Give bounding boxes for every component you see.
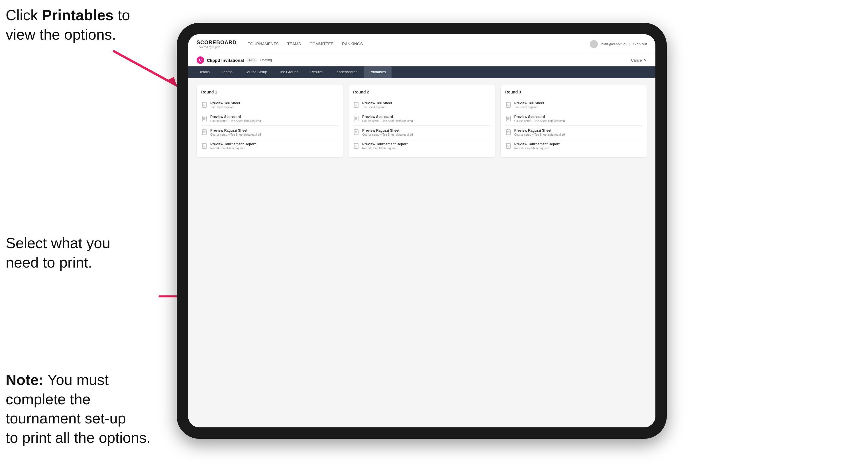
annotation-bold-printables: Printables: [42, 7, 114, 23]
document-icon: [201, 115, 208, 122]
round-1-tee-sheet[interactable]: Preview Tee Sheet Tee Sheet required: [201, 98, 338, 112]
user-email: blair@clippit.io: [601, 42, 625, 46]
round-1-scorecard-subtitle: Course setup + Tee Sheet data required: [210, 119, 261, 123]
round-3-scorecard-subtitle: Course setup + Tee Sheet data required: [514, 119, 565, 123]
tournament-info: C Clippd Invitational Men Hosting: [197, 56, 272, 64]
brand: SCOREBOARD Powered by clippit: [197, 40, 237, 49]
tab-tee-groups[interactable]: Tee Groups: [274, 66, 304, 79]
brand-title: SCOREBOARD: [197, 40, 237, 45]
rounds-grid: Round 1 Preview: [197, 85, 647, 157]
round-1-section: Round 1 Preview: [197, 85, 343, 157]
document-icon: [505, 102, 512, 108]
document-icon: [353, 129, 359, 135]
top-nav-left: SCOREBOARD Powered by clippit TOURNAMENT…: [197, 40, 363, 49]
separator: |: [629, 42, 630, 46]
round-3-report-title: Preview Tournament Report: [514, 142, 560, 146]
round-2-report-subtitle: Round Completion required: [362, 147, 407, 150]
top-nav: SCOREBOARD Powered by clippit TOURNAMENT…: [188, 34, 655, 54]
round-1-tee-sheet-title: Preview Tee Sheet: [210, 101, 240, 105]
nav-link-committee[interactable]: COMMITTEE: [309, 40, 333, 48]
round-1-raguzzi-subtitle: Course setup + Tee Sheet data required: [210, 133, 261, 136]
round-2-title: Round 2: [353, 90, 490, 94]
tournament-bar: C Clippd Invitational Men Hosting Cancel…: [188, 54, 655, 66]
round-2-tee-sheet[interactable]: Preview Tee Sheet Tee Sheet required: [353, 98, 490, 112]
round-2-section: Round 2 Preview Tee Sheet Tee Sheet requ…: [348, 85, 495, 157]
round-3-raguzzi-title: Preview Raguzzi Sheet: [514, 128, 565, 132]
round-3-section: Round 3 Preview Tee Sheet Tee Sheet requ…: [501, 85, 647, 157]
round-3-report-subtitle: Round Completion required: [514, 147, 560, 150]
sign-out-link[interactable]: Sign out: [633, 42, 647, 46]
app: SCOREBOARD Powered by clippit TOURNAMENT…: [188, 34, 655, 427]
document-icon: [201, 102, 208, 108]
round-2-scorecard-subtitle: Course setup + Tee Sheet data required: [362, 119, 413, 123]
round-2-tournament-report[interactable]: Preview Tournament Report Round Completi…: [353, 139, 490, 153]
round-1-tee-sheet-subtitle: Tee Sheet required: [210, 106, 240, 109]
tab-teams[interactable]: Teams: [216, 66, 238, 79]
round-1-scorecard-title: Preview Scorecard: [210, 115, 261, 119]
top-nav-links: TOURNAMENTS TEAMS COMMITTEE RANKINGS: [248, 40, 363, 48]
round-3-tee-sheet[interactable]: Preview Tee Sheet Tee Sheet required: [505, 98, 642, 112]
round-3-tournament-report[interactable]: Preview Tournament Report Round Completi…: [505, 139, 642, 153]
annotation-bold-note: Note:: [6, 372, 43, 388]
document-icon: [353, 143, 359, 149]
tab-details[interactable]: Details: [193, 66, 215, 79]
cancel-label: Cancel: [631, 58, 643, 62]
round-1-raguzzi[interactable]: Preview Raguzzi Sheet Course setup + Tee…: [201, 126, 338, 139]
round-1-report-subtitle: Round Completion required: [210, 147, 256, 150]
tablet-device: SCOREBOARD Powered by clippit TOURNAMENT…: [177, 23, 667, 439]
round-2-report-title: Preview Tournament Report: [362, 142, 407, 146]
tournament-name: Clippd Invitational: [207, 58, 244, 63]
tournament-logo: C: [197, 56, 204, 64]
round-3-tee-sheet-title: Preview Tee Sheet: [514, 101, 544, 105]
tab-bar: Details Teams Course Setup Tee Groups Re…: [188, 66, 655, 79]
tab-results[interactable]: Results: [305, 66, 328, 79]
round-2-raguzzi[interactable]: Preview Raguzzi Sheet Course setup + Tee…: [353, 126, 490, 139]
annotation-bottom: Note: You mustcomplete thetournament set…: [6, 370, 165, 447]
tab-leaderboards[interactable]: Leaderboards: [329, 66, 363, 79]
tab-printables[interactable]: Printables: [364, 66, 392, 79]
document-icon: [353, 102, 359, 108]
round-3-scorecard-title: Preview Scorecard: [514, 115, 565, 119]
annotation-middle: Select what youneed to print.: [6, 234, 165, 272]
round-3-scorecard[interactable]: Preview Scorecard Course setup + Tee She…: [505, 112, 642, 126]
tab-course-setup[interactable]: Course Setup: [239, 66, 273, 79]
round-1-report-title: Preview Tournament Report: [210, 142, 256, 146]
nav-link-rankings[interactable]: RANKINGS: [342, 40, 363, 48]
round-1-scorecard[interactable]: Preview Scorecard Course setup + Tee She…: [201, 112, 338, 126]
avatar: [590, 40, 598, 48]
nav-link-teams[interactable]: TEAMS: [287, 40, 301, 48]
top-nav-right: blair@clippit.io | Sign out: [590, 40, 647, 48]
document-icon: [201, 129, 208, 135]
round-1-raguzzi-text: Preview Raguzzi Sheet Course setup + Tee…: [210, 128, 261, 136]
document-icon: [505, 115, 512, 122]
brand-sub: Powered by clippit: [197, 45, 237, 49]
round-1-raguzzi-title: Preview Raguzzi Sheet: [210, 128, 261, 132]
round-2-tee-sheet-subtitle: Tee Sheet required: [362, 106, 392, 109]
tournament-status: Hosting: [260, 58, 272, 62]
tablet-screen: SCOREBOARD Powered by clippit TOURNAMENT…: [188, 34, 655, 427]
content-area: Round 1 Preview: [188, 79, 655, 427]
document-icon: [353, 115, 359, 122]
document-icon: [505, 143, 512, 149]
round-2-scorecard[interactable]: Preview Scorecard Course setup + Tee She…: [353, 112, 490, 126]
annotation-top: Click Printables toview the options.: [6, 6, 165, 44]
document-icon: [505, 129, 512, 135]
cancel-button[interactable]: Cancel ✕: [631, 58, 647, 62]
round-1-report-text: Preview Tournament Report Round Completi…: [210, 142, 256, 150]
document-icon: [201, 143, 208, 149]
round-1-tee-sheet-text: Preview Tee Sheet Tee Sheet required: [210, 101, 240, 109]
round-3-raguzzi-subtitle: Course setup + Tee Sheet data required: [514, 133, 565, 136]
round-2-scorecard-title: Preview Scorecard: [362, 115, 413, 119]
round-3-title: Round 3: [505, 90, 642, 94]
close-icon: ✕: [644, 58, 647, 62]
round-2-raguzzi-title: Preview Raguzzi Sheet: [362, 128, 413, 132]
round-1-tournament-report[interactable]: Preview Tournament Report Round Completi…: [201, 139, 338, 153]
tournament-badge: Men: [247, 58, 257, 62]
arrow-top: [97, 45, 188, 91]
round-3-raguzzi[interactable]: Preview Raguzzi Sheet Course setup + Tee…: [505, 126, 642, 139]
svg-line-0: [114, 51, 177, 86]
round-1-scorecard-text: Preview Scorecard Course setup + Tee She…: [210, 115, 261, 123]
round-1-title: Round 1: [201, 90, 338, 94]
round-2-tee-sheet-title: Preview Tee Sheet: [362, 101, 392, 105]
nav-link-tournaments[interactable]: TOURNAMENTS: [248, 40, 279, 48]
